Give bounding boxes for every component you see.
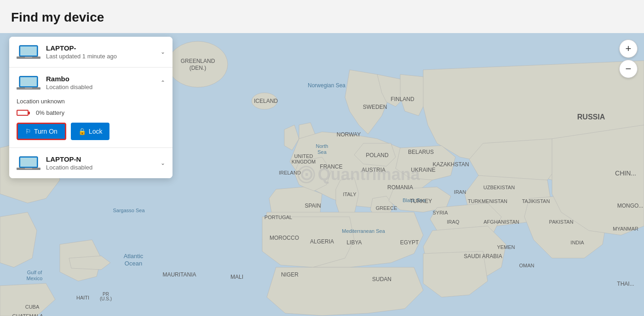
laptop1-name: LAPTOP- (46, 44, 157, 52)
svg-text:GREENLAND: GREENLAND (181, 58, 215, 64)
svg-text:CHIN...: CHIN... (615, 169, 636, 177)
svg-text:MAURITANIA: MAURITANIA (162, 271, 196, 278)
turn-on-button[interactable]: ⚐ Turn On (17, 123, 66, 140)
svg-text:YEMEN: YEMEN (497, 244, 515, 250)
svg-text:AFGHANISTAN: AFGHANISTAN (483, 219, 519, 225)
svg-text:FINLAND: FINLAND (391, 96, 414, 102)
svg-text:SUDAN: SUDAN (372, 276, 391, 282)
svg-text:SPAIN: SPAIN (305, 203, 321, 209)
svg-text:NIGER: NIGER (281, 271, 299, 278)
svg-text:Mexico: Mexico (27, 276, 43, 281)
lock-button[interactable]: 🔒 Lock (71, 123, 110, 140)
svg-text:MALI: MALI (230, 274, 243, 280)
svg-text:PAKISTAN: PAKISTAN (549, 219, 574, 225)
svg-text:BELARUS: BELARUS (408, 149, 434, 155)
svg-rect-75 (25, 168, 32, 169)
svg-rect-69 (20, 77, 37, 86)
svg-text:ITALY: ITALY (343, 192, 357, 197)
svg-text:OMAN: OMAN (519, 263, 535, 268)
device-item-laptop1[interactable]: LAPTOP- Last updated 1 minute ago ⌄ (9, 37, 172, 68)
svg-text:ROMANIA: ROMANIA (387, 184, 413, 191)
battery-icon (17, 110, 29, 116)
svg-text:Atlantic: Atlantic (124, 253, 144, 260)
lock-icon: 🔒 (78, 128, 86, 135)
svg-text:Ocean: Ocean (125, 260, 142, 267)
svg-text:SYRIA: SYRIA (432, 210, 448, 215)
page-header: Find my device (0, 0, 644, 33)
svg-rect-71 (25, 87, 32, 89)
svg-text:Sargasso Sea: Sargasso Sea (113, 208, 145, 213)
svg-text:TURKEY: TURKEY (410, 198, 432, 204)
laptop1-info: LAPTOP- Last updated 1 minute ago (46, 44, 157, 60)
turn-on-label: Turn On (34, 128, 58, 135)
svg-text:FRANCE: FRANCE (320, 164, 342, 170)
svg-text:KAZAKHSTAN: KAZAKHSTAN (432, 161, 469, 168)
svg-text:ICELAND: ICELAND (254, 98, 278, 104)
svg-text:AUSTRIA: AUSTRIA (362, 167, 385, 173)
svg-rect-65 (20, 46, 37, 56)
page-title: Find my device (11, 10, 104, 25)
svg-text:Mediterranean Sea: Mediterranean Sea (342, 228, 385, 234)
svg-text:North: North (316, 143, 328, 149)
svg-text:Gulf of: Gulf of (27, 270, 42, 275)
rambo-chevron: ⌃ (161, 79, 165, 86)
rambo-name: Rambo (46, 75, 157, 83)
svg-text:MOROCCO: MOROCCO (270, 235, 299, 241)
svg-text:IRAQ: IRAQ (447, 219, 460, 225)
svg-rect-73 (20, 158, 37, 167)
svg-text:POLAND: POLAND (366, 152, 389, 158)
rambo-icon (17, 74, 40, 91)
svg-text:IRELAND: IRELAND (279, 170, 301, 175)
laptop1-chevron: ⌄ (161, 49, 165, 55)
action-buttons: ⚐ Turn On 🔒 Lock (17, 123, 165, 140)
svg-text:UZBEKISTAN: UZBEKISTAN (483, 185, 515, 190)
svg-text:(U.S.): (U.S.) (100, 296, 112, 301)
laptop2-chevron: ⌄ (161, 160, 165, 166)
svg-text:GUATEMALA: GUATEMALA (12, 313, 43, 316)
lock-label: Lock (89, 128, 103, 135)
svg-rect-67 (25, 56, 32, 58)
laptop2-status: Location disabled (46, 164, 157, 171)
rambo-body: Location unknown 0% battery ⚐ Turn On (9, 98, 172, 147)
svg-text:KINGDOM: KINGDOM (292, 159, 316, 164)
laptop1-icon (17, 43, 40, 61)
svg-text:MONGO...: MONGO... (617, 203, 644, 209)
svg-text:GREECE: GREECE (376, 205, 397, 211)
laptop2-name: LAPTOP-N (46, 155, 157, 163)
svg-text:HAITI: HAITI (76, 295, 89, 300)
battery-text: 0% battery (36, 109, 64, 116)
rambo-header[interactable]: Rambo Location disabled ⌃ (9, 68, 172, 98)
svg-text:INDIA: INDIA (570, 240, 584, 245)
svg-text:ALGERIA: ALGERIA (310, 238, 334, 245)
svg-text:RUSSIA: RUSSIA (577, 113, 605, 121)
svg-text:(DEN.): (DEN.) (190, 65, 207, 71)
svg-text:IRAN: IRAN (454, 189, 466, 195)
svg-text:CUBA: CUBA (25, 304, 40, 310)
svg-text:EGYPT: EGYPT (400, 239, 419, 246)
svg-text:UNITED: UNITED (294, 153, 313, 159)
device-panel: LAPTOP- Last updated 1 minute ago ⌄ Ramb… (9, 37, 172, 178)
location-pin-icon: ⚐ (25, 128, 31, 135)
laptop2-info: LAPTOP-N Location disabled (46, 155, 157, 171)
svg-text:LIBYA: LIBYA (346, 239, 362, 246)
svg-text:Norwegian Sea: Norwegian Sea (308, 82, 345, 89)
svg-text:SWEDEN: SWEDEN (363, 104, 387, 110)
laptop1-status: Last updated 1 minute ago (46, 53, 157, 60)
svg-text:MYANMAR: MYANMAR (613, 226, 638, 231)
zoom-in-button[interactable]: + (619, 40, 638, 58)
device-item-laptop2[interactable]: LAPTOP-N Location disabled ⌄ (9, 148, 172, 178)
zoom-out-button[interactable]: − (619, 60, 638, 78)
battery-row: 0% battery (17, 109, 165, 116)
svg-text:NORWAY: NORWAY (337, 131, 361, 138)
svg-text:TAJIKISTAN: TAJIKISTAN (522, 198, 550, 204)
laptop2-icon (17, 154, 40, 172)
svg-text:UKRAINE: UKRAINE (411, 167, 435, 173)
location-unknown-text: Location unknown (17, 98, 165, 105)
device-item-rambo: Rambo Location disabled ⌃ Location unkno… (9, 68, 172, 148)
svg-text:SAUDI ARABIA: SAUDI ARABIA (464, 253, 502, 260)
svg-text:Sea: Sea (317, 149, 327, 155)
svg-text:PORTUGAL: PORTUGAL (264, 214, 292, 220)
rambo-info: Rambo Location disabled (46, 75, 157, 90)
svg-point-1 (168, 41, 228, 87)
svg-text:THAI...: THAI... (617, 281, 634, 287)
